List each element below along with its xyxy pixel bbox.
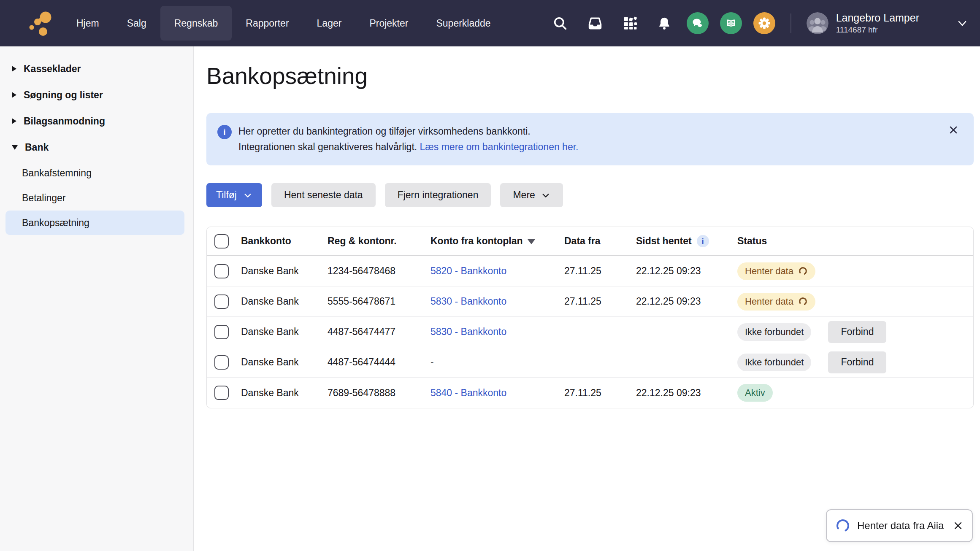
table-row: Danske Bank 4487-56474477 5830 - Bankkon…	[207, 317, 973, 347]
avatar	[807, 12, 828, 34]
sidebar-item-bilagsanmodning[interactable]: Bilagsanmodning	[0, 108, 193, 134]
cell-kontoplan: -	[430, 357, 564, 368]
konto-link[interactable]: 5820 - Bankkonto	[430, 265, 506, 276]
chevron-down-icon	[243, 191, 252, 200]
col-sidsthentet-label: Sidst hentet	[636, 235, 692, 247]
cell-kontoplan: 5830 - Bankkonto	[430, 326, 564, 338]
topbar: Hjem Salg Regnskab Rapporter Lager Proje…	[0, 0, 980, 46]
user-chevron-down-icon[interactable]	[956, 17, 968, 29]
toast-label: Henter data fra Aiia	[857, 520, 946, 532]
banner-link[interactable]: Læs mere om bankintegrationen her.	[420, 141, 579, 152]
inbox-icon[interactable]	[587, 15, 603, 31]
caret-right-icon	[12, 92, 16, 98]
sidebar-item-kasseklader[interactable]: Kasseklader	[0, 56, 193, 82]
table-row: Danske Bank 5555-56478671 5830 - Bankkon…	[207, 286, 973, 317]
nav-item-rapporter[interactable]: Rapporter	[232, 6, 303, 41]
banner-close-icon[interactable]	[948, 124, 959, 136]
cell-sidsthentet: 22.12.25 09:23	[636, 265, 737, 277]
sidebar-item-label: Bank	[25, 142, 49, 153]
cell-status: Henter data	[737, 293, 973, 311]
banner-line1: Her opretter du bankintegration og tilfø…	[238, 124, 578, 139]
sidebar-item-bankopsaetning[interactable]: Bankopsætning	[5, 211, 184, 235]
status-label: Henter data	[745, 266, 793, 277]
row-checkbox[interactable]	[214, 325, 229, 339]
col-kontoplan[interactable]: Konto fra kontoplan	[430, 235, 564, 247]
toast-close-icon[interactable]	[953, 520, 964, 531]
topbar-divider	[790, 14, 791, 33]
cell-sidsthentet: 22.12.25 09:23	[636, 296, 737, 307]
fjern-integrationen-button[interactable]: Fjern integrationen	[385, 183, 491, 207]
cell-kontoplan: 5820 - Bankkonto	[430, 265, 564, 277]
nav-item-regnskab[interactable]: Regnskab	[160, 6, 232, 41]
cell-status: Henter data	[737, 262, 973, 280]
status-badge: Henter data	[737, 293, 815, 311]
cell-datafra: 27.11.25	[564, 296, 636, 307]
cell-status: Ikke forbundet Forbind	[737, 321, 973, 343]
user-name: Langebro Lamper	[836, 12, 919, 24]
settings-gear-icon[interactable]	[753, 12, 775, 34]
banner-line2: Integrationen skal genaktiveres halvårli…	[238, 139, 578, 155]
sidebar-item-bankafstemning[interactable]: Bankafstemning	[5, 161, 184, 185]
help-book-icon[interactable]	[720, 12, 742, 34]
cell-bankkonto: Danske Bank	[241, 357, 328, 368]
sidebar-item-label: Søgning og lister	[24, 89, 103, 101]
user-account: 1114687 hfr	[836, 25, 919, 35]
apps-grid-icon[interactable]	[623, 16, 638, 31]
status-badge: Ikke forbundet	[737, 354, 811, 371]
info-icon: i	[217, 125, 232, 139]
cell-bankkonto: Danske Bank	[241, 387, 328, 399]
status-label: Henter data	[745, 296, 793, 307]
sort-desc-icon[interactable]	[528, 239, 535, 244]
row-checkbox[interactable]	[214, 264, 229, 278]
nav-item-salg[interactable]: Salg	[113, 6, 160, 41]
konto-link[interactable]: 5840 - Bankkonto	[430, 387, 506, 398]
cell-sidsthentet: 22.12.25 09:23	[636, 387, 737, 399]
table-header: Bankkonto Reg & kontonr. Konto fra konto…	[207, 227, 973, 256]
search-icon[interactable]	[552, 16, 568, 31]
row-checkbox[interactable]	[214, 294, 229, 309]
user-text: Langebro Lamper 1114687 hfr	[836, 12, 919, 35]
status-badge: Aktiv	[737, 384, 773, 402]
banner-line2-text: Integrationen skal genaktiveres halvårli…	[238, 141, 417, 152]
nav-item-hjem[interactable]: Hjem	[62, 6, 113, 41]
sidebar: Kasseklader Søgning og lister Bilagsanmo…	[0, 46, 194, 551]
mere-button[interactable]: Mere	[500, 183, 563, 207]
hent-seneste-data-button[interactable]: Hent seneste data	[271, 183, 376, 207]
table-row: Danske Bank 4487-56474444 - Ikke forbund…	[207, 347, 973, 378]
app-logo[interactable]	[8, 2, 55, 44]
cell-kontoplan: 5840 - Bankkonto	[430, 387, 564, 399]
topbar-right: Langebro Lamper 1114687 hfr	[552, 12, 968, 35]
support-chat-icon[interactable]	[687, 12, 709, 34]
banner-text: Her opretter du bankintegration og tilfø…	[238, 124, 578, 155]
konto-link: -	[430, 357, 434, 367]
table-body: Danske Bank 1234-56478468 5820 - Bankkon…	[207, 256, 973, 408]
sidst-hentet-info-icon[interactable]: i	[697, 235, 709, 247]
notifications-bell-icon[interactable]	[657, 16, 671, 30]
page-title: Bankopsætning	[206, 62, 974, 89]
main-content: Bankopsætning i Her opretter du bankinte…	[194, 46, 980, 551]
nav-item-superkladde[interactable]: Superkladde	[422, 6, 504, 41]
cell-regnr: 5555-56478671	[328, 296, 430, 307]
sidebar-item-soegning-og-lister[interactable]: Søgning og lister	[0, 82, 193, 108]
sidebar-item-betalinger[interactable]: Betalinger	[5, 186, 184, 210]
konto-link[interactable]: 5830 - Bankkonto	[430, 296, 506, 307]
tilfoej-button[interactable]: Tilføj	[206, 183, 262, 207]
main-nav: Hjem Salg Regnskab Rapporter Lager Proje…	[62, 6, 505, 41]
row-checkbox[interactable]	[214, 386, 229, 400]
sidebar-item-bank[interactable]: Bank	[0, 134, 193, 160]
cell-datafra: 27.11.25	[564, 265, 636, 277]
status-badge: Ikke forbundet	[737, 323, 811, 341]
status-label: Aktiv	[745, 387, 765, 398]
caret-right-icon	[12, 118, 16, 124]
toolbar: Tilføj Hent seneste data Fjern integrati…	[206, 183, 974, 207]
nav-item-projekter[interactable]: Projekter	[355, 6, 422, 41]
forbind-button[interactable]: Forbind	[828, 351, 886, 373]
row-checkbox[interactable]	[214, 355, 229, 370]
user-menu[interactable]: Langebro Lamper 1114687 hfr	[807, 12, 919, 35]
nav-item-lager[interactable]: Lager	[303, 6, 356, 41]
cell-status: Ikke forbundet Forbind	[737, 351, 973, 373]
forbind-button[interactable]: Forbind	[828, 321, 886, 343]
select-all-checkbox[interactable]	[214, 234, 229, 248]
konto-link[interactable]: 5830 - Bankkonto	[430, 326, 506, 337]
caret-right-icon	[12, 66, 16, 72]
